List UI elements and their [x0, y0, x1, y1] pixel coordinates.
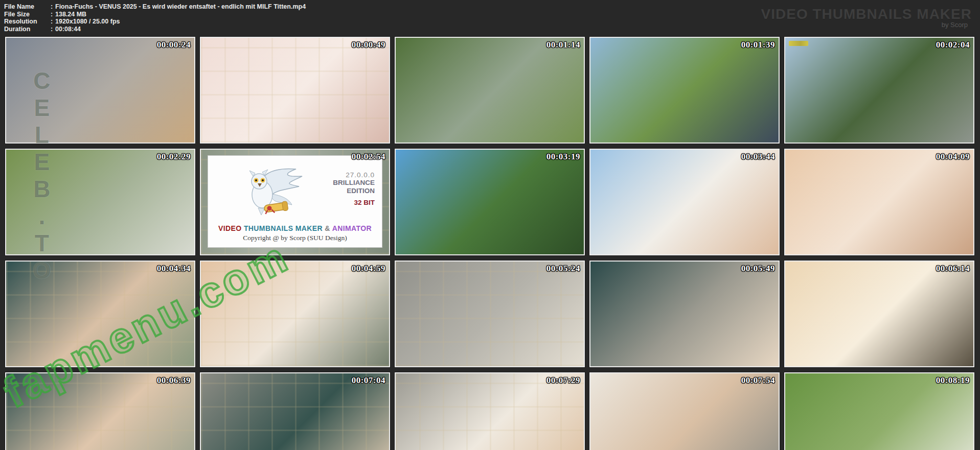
- timestamp-label: 00:01:39: [741, 40, 775, 50]
- thumbnail-image-placeholder: [201, 38, 389, 143]
- splash-version: 27.0.0.0: [333, 171, 375, 179]
- splash-title-part: ANIMATOR: [332, 224, 372, 232]
- splash-title-part: THUMBNAILS MAKER: [244, 224, 325, 232]
- timestamp-label: 00:07:29: [546, 375, 580, 386]
- timestamp-label: 00:02:04: [936, 40, 970, 50]
- channel-logo-watermark: [789, 41, 808, 46]
- timestamp-label: 00:03:19: [546, 152, 580, 162]
- timestamp-label: 00:07:54: [741, 375, 775, 386]
- timestamp-label: 00:06:39: [157, 375, 191, 386]
- thumbnail-image-placeholder: [785, 38, 973, 143]
- video-thumbnail[interactable]: 00:08:19: [784, 372, 974, 450]
- video-thumbnail[interactable]: 00:00:24: [5, 37, 195, 144]
- timestamp-label: 00:00:49: [352, 40, 385, 50]
- thumbnail-image-placeholder: [396, 38, 584, 143]
- thumbnail-image-placeholder: [590, 150, 779, 254]
- timestamp-label: 00:04:59: [352, 264, 385, 274]
- splash-title-part: VIDEO: [218, 224, 244, 232]
- video-thumbnail[interactable]: 00:01:14: [395, 37, 585, 144]
- file-info-header: File Name : Fiona-Fuchs - VENUS 2025 - E…: [0, 0, 980, 34]
- video-thumbnail[interactable]: 00:00:49: [200, 37, 390, 144]
- timestamp-label: 00:05:49: [741, 264, 775, 274]
- thumbnail-image-placeholder: [396, 262, 584, 366]
- video-thumbnail[interactable]: 00:02:04: [784, 37, 974, 144]
- thumbnail-image-placeholder: [785, 262, 973, 366]
- timestamp-label: 00:06:14: [936, 264, 970, 274]
- thumbnail-image-placeholder: [590, 262, 779, 366]
- thumbnail-image-placeholder: [396, 150, 584, 254]
- video-thumbnails-sheet: File Name : Fiona-Fuchs - VENUS 2025 - E…: [0, 0, 980, 450]
- owl-logo-icon: [232, 163, 308, 216]
- timestamp-label: 00:04:34: [157, 264, 191, 274]
- metadata-separator: :: [48, 26, 55, 33]
- video-thumbnail[interactable]: 00:03:19: [395, 149, 585, 255]
- splash-title: VIDEO THUMBNAILS MAKER & ANIMATOR: [208, 224, 382, 232]
- metadata-separator: :: [48, 18, 55, 26]
- splash-copyright: Copyright @ by Scorp (SUU Design): [208, 234, 382, 242]
- video-thumbnail[interactable]: 00:07:29: [395, 372, 585, 450]
- timestamp-label: 00:04:09: [936, 152, 970, 162]
- thumbnail-image-placeholder: [6, 150, 194, 254]
- metadata-separator: :: [48, 11, 55, 18]
- video-thumbnail[interactable]: 00:04:34: [5, 260, 195, 367]
- timestamp-label: 00:02:29: [157, 152, 191, 162]
- video-thumbnail[interactable]: 00:05:24: [395, 260, 585, 367]
- video-thumbnail[interactable]: 00:03:44: [589, 149, 780, 255]
- thumbnail-image-placeholder: [6, 38, 194, 143]
- video-thumbnail[interactable]: 00:04:59: [200, 260, 390, 367]
- video-thumbnail[interactable]: 00:02:29: [5, 149, 195, 255]
- timestamp-label: 00:05:24: [546, 264, 580, 274]
- splash-edition-line1: BRILLIANCE: [333, 179, 375, 187]
- thumbnail-grid: 00:00:24 00:00:49 00:01:14 00:01:39 00:0…: [0, 34, 980, 450]
- metadata-label: Resolution: [4, 18, 48, 26]
- timestamp-label: 00:08:19: [936, 375, 970, 386]
- video-thumbnail[interactable]: 00:07:04: [200, 372, 390, 450]
- video-thumbnail[interactable]: 00:07:54: [589, 372, 780, 450]
- video-thumbnail-splash[interactable]: 27.0.0.0 BRILLIANCE EDITION 32 BIT VIDEO…: [200, 149, 390, 255]
- splash-edition-line2: EDITION: [333, 187, 375, 195]
- video-thumbnail[interactable]: 00:06:39: [5, 372, 195, 450]
- video-thumbnail[interactable]: 00:04:09: [784, 149, 974, 255]
- timestamp-label: 00:00:24: [157, 40, 191, 50]
- metadata-separator: :: [48, 3, 55, 11]
- brand-title: VIDEO THUMBNAILS MAKER: [761, 6, 972, 22]
- vtm-splash-card: 27.0.0.0 BRILLIANCE EDITION 32 BIT VIDEO…: [208, 155, 382, 248]
- metadata-label: Duration: [4, 26, 48, 33]
- timestamp-label: 00:07:04: [352, 375, 385, 386]
- thumbnail-image-placeholder: [6, 262, 194, 366]
- timestamp-label: 00:02:54: [352, 152, 385, 162]
- timestamp-label: 00:03:44: [741, 152, 775, 162]
- timestamp-label: 00:01:14: [546, 40, 580, 50]
- splash-bits: 32 BIT: [333, 199, 375, 206]
- thumbnail-image-placeholder: [590, 38, 779, 143]
- video-thumbnail[interactable]: 00:06:14: [784, 260, 974, 367]
- thumbnail-image-placeholder: [201, 262, 389, 366]
- video-thumbnail[interactable]: 00:01:39: [589, 37, 780, 144]
- metadata-label: File Name: [4, 3, 48, 11]
- vtm-brand-watermark: VIDEO THUMBNAILS MAKER by Scorp: [761, 6, 972, 29]
- metadata-label: File Size: [4, 11, 48, 18]
- splash-title-part: &: [325, 224, 332, 232]
- video-thumbnail[interactable]: 00:05:49: [589, 260, 780, 367]
- thumbnail-image-placeholder: [785, 150, 973, 254]
